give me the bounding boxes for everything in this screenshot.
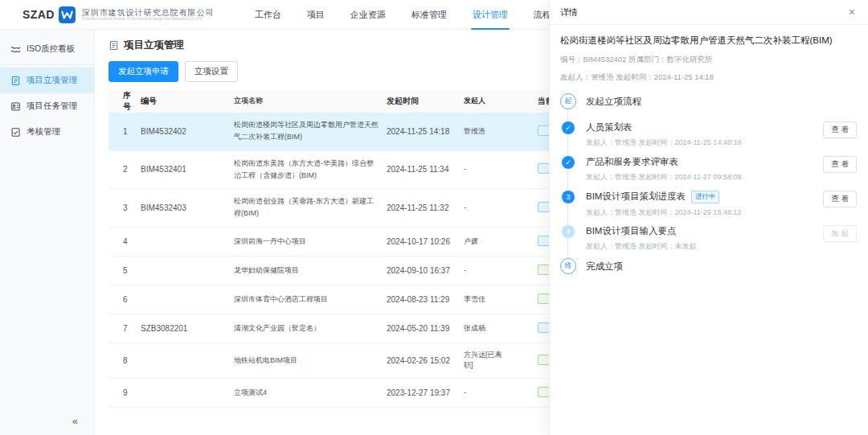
- column-header-0: 序号: [108, 90, 141, 113]
- sidebar-item-3[interactable]: 考核管理: [0, 119, 94, 145]
- table-row[interactable]: 7SZB3082201清湖文化产业园（暂定名）2024-05-20 11:39张…: [108, 314, 549, 343]
- table-row[interactable]: 2BIM4532401松岗街道东美路（东方大道-华美路）综合整治工程（含健步道）…: [108, 151, 549, 190]
- close-icon[interactable]: ×: [849, 6, 855, 18]
- cell-initiator: 管维浩: [464, 126, 512, 137]
- cell-code: BIM4532402: [141, 127, 234, 136]
- cell-seq: 6: [108, 295, 141, 304]
- sidebar-collapse-icon[interactable]: «: [72, 415, 78, 427]
- detail-panel-header: 详情 ×: [550, 0, 868, 25]
- cell-status: [512, 265, 549, 277]
- column-header-5: 当前状态: [512, 96, 549, 107]
- detail-panel-body: 松岗街道楼岗等社区及周边零散用户管道天然气二次补装工程(BIM) 编号：BIM4…: [550, 25, 868, 277]
- cell-status: [512, 236, 549, 248]
- sidebar-item-label: 考核管理: [27, 126, 60, 137]
- cell-project-name: 松岗街道楼岗等社区及周边零散用户管道天然气二次补装工程(BIM): [234, 119, 387, 144]
- layout: ISO质控看板项目立项管理项目任务管理考核管理 « 项目立项管理 发起立项申请 …: [0, 30, 868, 435]
- table-row[interactable]: 8地铁站机电BIM项目2024-02-26 15:02方兴达[已离职]: [108, 343, 549, 379]
- timeline-title-row: BIM设计项目策划进度表进行中: [586, 191, 823, 203]
- detail-project-title: 松岗街道楼岗等社区及周边零散用户管道天然气二次补装工程(BIM): [560, 34, 857, 47]
- sidebar-item-1[interactable]: 项目立项管理: [0, 68, 94, 93]
- timeline-title-row: 产品和服务要求评审表: [586, 156, 823, 168]
- sidebar: ISO质控看板项目立项管理项目任务管理考核管理 «: [0, 30, 95, 435]
- nav-item-0[interactable]: 工作台: [242, 0, 294, 30]
- table-body: 1BIM4532402松岗街道楼岗等社区及周边零散用户管道天然气二次补装工程(B…: [108, 113, 549, 408]
- sidebar-menu: ISO质控看板项目立项管理项目任务管理考核管理: [0, 36, 94, 145]
- cell-status: [512, 293, 549, 306]
- cell-initiate-time: 2024-11-25 11:34: [387, 165, 464, 174]
- cell-initiate-time: 2024-09-10 16:37: [387, 266, 464, 275]
- cell-seq: 1: [108, 127, 141, 136]
- table-row[interactable]: 3BIM4532403松岗街道创业路（芙蓉路-东方大道）新建工程(BIM)202…: [108, 189, 549, 228]
- table-row[interactable]: 5龙华妇幼保健院项目2024-09-10 16:37-: [108, 256, 549, 285]
- timeline-step-meta: 发起人：管维浩 发起时间：未发起: [586, 241, 823, 252]
- cell-status: [512, 355, 549, 367]
- timeline-title-row: 完成立项: [586, 261, 857, 273]
- project-settings-button[interactable]: 立项设置: [185, 61, 238, 82]
- detail-meta-line-2: 发起人：管维浩 发起时间：2024-11-25 14:18: [560, 72, 857, 83]
- cell-initiator: -: [464, 265, 512, 277]
- cell-initiate-time: 2024-11-25 14:18: [387, 127, 464, 136]
- timeline-title-row: BIM设计项目输入要点: [586, 225, 823, 237]
- nav-item-1[interactable]: 项目: [294, 0, 338, 30]
- timeline-step-title: 完成立项: [586, 261, 623, 273]
- view-step-button[interactable]: 查 看: [823, 121, 857, 138]
- timeline-step-meta: 发起人：管维浩 发起时间：2024-11-25 14:40:19: [586, 137, 823, 148]
- cell-project-name: 立项测试4: [234, 387, 387, 399]
- workflow-timeline: 起发起立项流程✓人员策划表发起人：管维浩 发起时间：2024-11-25 14:…: [560, 93, 857, 277]
- timeline-step-title: BIM设计项目输入要点: [586, 225, 676, 237]
- cell-status: [512, 125, 549, 137]
- initiate-project-button[interactable]: 发起立项申请: [108, 61, 178, 82]
- cell-initiator: 方兴达[已离职]: [464, 350, 512, 371]
- cell-seq: 8: [108, 356, 141, 365]
- project-table: 序号编号立项名称发起时间发起人当前状态 1BIM4532402松岗街道楼岗等社区…: [108, 90, 549, 408]
- nav-item-2[interactable]: 企业资源: [338, 0, 399, 30]
- table-row[interactable]: 1BIM4532402松岗街道楼岗等社区及周边零散用户管道天然气二次补装工程(B…: [108, 113, 549, 151]
- cell-seq: 4: [108, 237, 141, 246]
- view-step-button[interactable]: 查 看: [823, 156, 857, 173]
- cell-project-name: 松岗街道东美路（东方大道-华美路）综合整治工程（含健步道）(BIM): [234, 158, 387, 183]
- cell-initiate-time: 2024-11-25 11:32: [387, 203, 464, 212]
- nav-item-3[interactable]: 标准管理: [399, 0, 460, 30]
- cell-code: BIM4532401: [141, 165, 234, 174]
- timeline-content: 产品和服务要求评审表发起人：管维浩 发起时间：2024-11-27 09:58:…: [586, 154, 823, 183]
- timeline-item: ✓人员策划表发起人：管维浩 发起时间：2024-11-25 14:40:19查 …: [560, 120, 857, 150]
- initiate-step-button[interactable]: 发 起: [823, 225, 857, 242]
- timeline-title-row: 人员策划表: [586, 121, 823, 133]
- timeline-content: BIM设计项目输入要点发起人：管维浩 发起时间：未发起: [586, 224, 823, 252]
- table-row[interactable]: 6深圳市体育中心酒店工程项目2024-08-23 11:29李雪佳: [108, 285, 549, 314]
- cell-status: [512, 202, 549, 214]
- sidebar-item-label: 项目立项管理: [27, 75, 77, 86]
- timeline-step-title: 产品和服务要求评审表: [586, 156, 678, 168]
- project-initiation-icon: [10, 76, 21, 86]
- view-step-button[interactable]: 查 看: [823, 191, 857, 207]
- timeline-step-meta: 发起人：管维浩 发起时间：2024-11-29 15:46:12: [586, 207, 823, 218]
- timeline-content: 人员策划表发起人：管维浩 发起时间：2024-11-25 14:40:19: [586, 120, 823, 148]
- cell-initiator: 卢媛: [464, 236, 512, 248]
- column-header-2: 立项名称: [234, 95, 387, 107]
- table-header-row: 序号编号立项名称发起时间发起人当前状态: [108, 90, 549, 113]
- cell-code: BIM4532403: [141, 203, 234, 212]
- timeline-content: 完成立项: [586, 258, 857, 273]
- project-task-icon: [10, 101, 21, 112]
- cell-seq: 5: [108, 266, 141, 275]
- detail-panel: 详情 × 松岗街道楼岗等社区及周边零散用户管道天然气二次补装工程(BIM) 编号…: [549, 0, 868, 435]
- timeline-node-done: ✓: [562, 121, 575, 134]
- cell-initiator: -: [464, 164, 512, 175]
- timeline-step-title: BIM设计项目策划进度表: [586, 191, 686, 203]
- cell-initiator: -: [464, 388, 512, 399]
- company-name-en: Shenzhen General Institute Of Architectu…: [82, 18, 215, 22]
- sidebar-item-0[interactable]: ISO质控看板: [0, 36, 94, 62]
- table-row[interactable]: 4深圳前海一丹中心项目2024-10-17 10:26卢媛: [108, 228, 549, 256]
- brand-logo-icon: [59, 6, 76, 23]
- table-row[interactable]: 9立项测试42023-12-27 19:37-: [108, 379, 549, 408]
- cell-project-name: 深圳前海一丹中心项目: [234, 236, 387, 248]
- cell-initiate-time: 2023-12-27 19:37: [387, 388, 464, 397]
- cell-seq: 9: [108, 388, 141, 397]
- company-name-cn: 深圳市建筑设计研究总院有限公司: [82, 8, 215, 17]
- page-title: 项目立项管理: [124, 39, 184, 52]
- nav-item-4[interactable]: 设计管理: [460, 0, 521, 30]
- timeline-content: BIM设计项目策划进度表进行中发起人：管维浩 发起时间：2024-11-29 1…: [586, 189, 823, 218]
- sidebar-item-2[interactable]: 项目任务管理: [0, 93, 94, 119]
- cell-code: SZB3082201: [141, 324, 234, 333]
- detail-meta-line-1: 编号：BIM4532402 所属部门：数字化研究所: [560, 55, 857, 65]
